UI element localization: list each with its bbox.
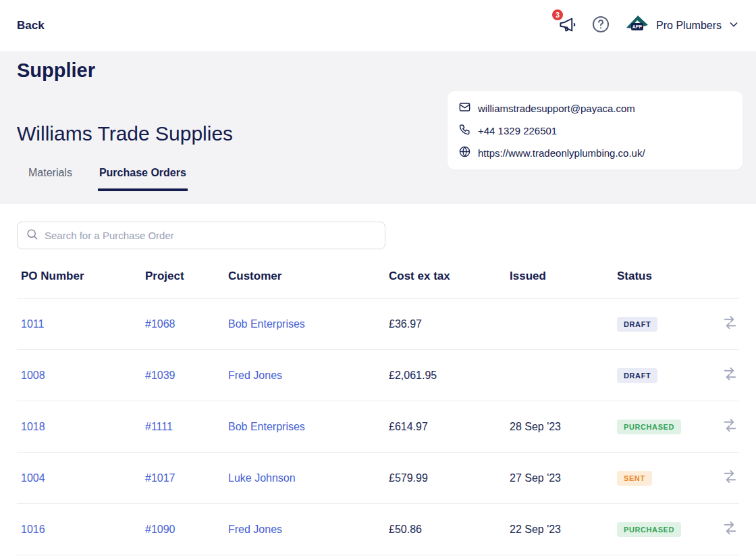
- status-badge: Draft: [617, 368, 657, 383]
- help-button[interactable]: [591, 15, 610, 36]
- row-actions-button[interactable]: [722, 417, 738, 436]
- project-link[interactable]: #1068: [145, 318, 176, 330]
- swap-arrows-icon: [722, 520, 738, 538]
- top-bar: Back 3: [0, 0, 756, 51]
- column-header-issued: Issued: [510, 270, 617, 283]
- globe-icon: [458, 145, 471, 160]
- status-badge: Draft: [617, 317, 657, 332]
- account-menu[interactable]: APP Pro Plumbers: [625, 14, 739, 38]
- row-actions-button[interactable]: [722, 520, 738, 538]
- project-link[interactable]: #1017: [145, 472, 176, 484]
- back-button[interactable]: Back: [17, 19, 45, 32]
- swap-arrows-icon: [722, 417, 738, 436]
- swap-arrows-icon: [722, 315, 738, 333]
- column-header-po-number: PO Number: [21, 270, 145, 283]
- customer-link[interactable]: Fred Jones: [228, 524, 282, 535]
- row-actions-button[interactable]: [722, 366, 738, 384]
- project-link[interactable]: #1111: [145, 421, 173, 432]
- po-number-link[interactable]: 1008: [21, 370, 45, 381]
- issued-date: 22 Sep '23: [510, 524, 617, 536]
- tab-purchase-orders[interactable]: Purchase Orders: [98, 163, 188, 191]
- cost-value: £579.99: [389, 472, 510, 484]
- supplier-email-link[interactable]: williamstradesupport@payaca.com: [458, 99, 732, 117]
- page-title: Supplier: [17, 59, 739, 82]
- issued-date: 27 Sep '23: [510, 472, 617, 484]
- supplier-website-text: https://www.tradeonlyplumbing.co.uk/: [478, 147, 645, 159]
- status-badge: Sent: [617, 471, 652, 486]
- table-row: 1008 #1039 Fred Jones £2,061.95 Draft: [17, 350, 739, 401]
- help-icon: [591, 15, 610, 36]
- po-number-link[interactable]: 1004: [21, 472, 45, 484]
- status-badge: Purchased: [617, 522, 681, 537]
- customer-link[interactable]: Bob Enterprises: [228, 421, 305, 432]
- chevron-down-icon: [728, 19, 739, 32]
- supplier-website-link[interactable]: https://www.tradeonlyplumbing.co.uk/: [458, 144, 732, 161]
- swap-arrows-icon: [722, 469, 738, 487]
- row-actions-button[interactable]: [722, 469, 738, 487]
- app-logo: APP: [625, 14, 649, 38]
- project-link[interactable]: #1090: [145, 524, 176, 535]
- phone-icon: [458, 123, 471, 138]
- swap-arrows-icon: [722, 366, 738, 384]
- account-name: Pro Plumbers: [656, 20, 722, 32]
- purchase-orders-panel: PO Number Project Customer Cost ex tax I…: [0, 204, 756, 555]
- notification-badge: 3: [552, 9, 563, 20]
- status-badge: Purchased: [617, 420, 681, 434]
- po-number-link[interactable]: 1016: [21, 524, 45, 535]
- column-header-status: Status: [617, 270, 722, 283]
- topbar-right-group: 3: [558, 14, 739, 38]
- notifications-button[interactable]: 3: [558, 16, 576, 36]
- row-actions-button[interactable]: [722, 315, 738, 333]
- cost-value: £50.86: [389, 524, 510, 536]
- po-number-link[interactable]: 1018: [21, 421, 45, 432]
- supplier-email-text: williamstradesupport@payaca.com: [478, 103, 635, 114]
- table-row: 1011 #1068 Bob Enterprises £36.97 Draft: [17, 299, 739, 350]
- search-icon: [26, 228, 38, 243]
- supplier-phone-link[interactable]: +44 1329 226501: [458, 122, 732, 139]
- po-number-link[interactable]: 1011: [21, 318, 44, 330]
- search-input[interactable]: [45, 230, 377, 241]
- customer-link[interactable]: Bob Enterprises: [228, 318, 305, 330]
- table-header-row: PO Number Project Customer Cost ex tax I…: [17, 249, 739, 299]
- purchase-order-search[interactable]: [17, 222, 385, 249]
- table-row: 1004 #1017 Luke Johnson £579.99 27 Sep '…: [17, 453, 739, 504]
- cost-value: £2,061.95: [389, 370, 510, 382]
- customer-link[interactable]: Fred Jones: [228, 370, 282, 381]
- svg-text:APP: APP: [632, 24, 643, 29]
- tab-materials[interactable]: Materials: [27, 163, 74, 191]
- supplier-header-section: Supplier Williams Trade Supplies william…: [0, 51, 756, 204]
- customer-link[interactable]: Luke Johnson: [228, 472, 296, 484]
- cost-value: £614.97: [389, 421, 510, 433]
- table-row: 1016 #1090 Fred Jones £50.86 22 Sep '23 …: [17, 504, 739, 555]
- email-icon: [458, 101, 471, 116]
- cost-value: £36.97: [389, 318, 510, 330]
- issued-date: 28 Sep '23: [510, 421, 617, 433]
- supplier-phone-text: +44 1329 226501: [478, 125, 557, 136]
- supplier-contact-card: williamstradesupport@payaca.com +44 1329…: [448, 91, 742, 170]
- table-row: 1018 #1111 Bob Enterprises £614.97 28 Se…: [17, 401, 739, 453]
- column-header-cost: Cost ex tax: [389, 270, 510, 283]
- column-header-customer: Customer: [228, 270, 389, 283]
- column-header-project: Project: [145, 270, 228, 283]
- project-link[interactable]: #1039: [145, 370, 176, 381]
